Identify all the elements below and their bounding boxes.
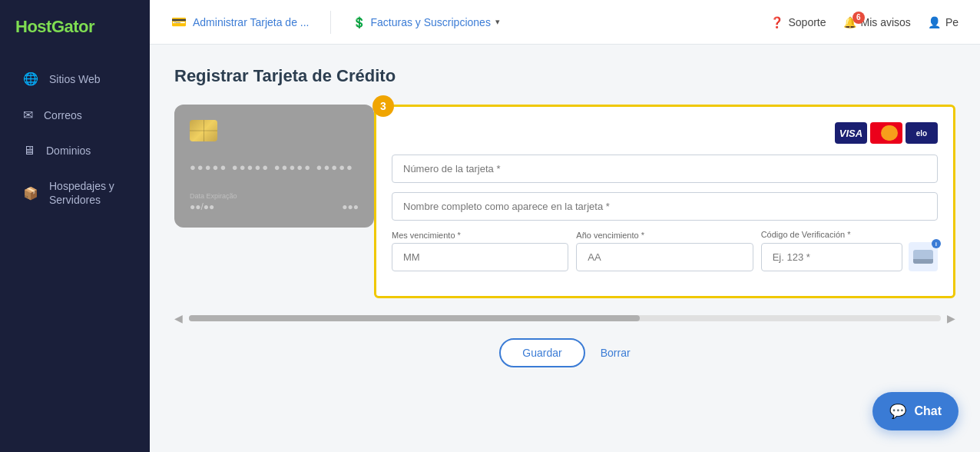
chevron-down-icon: ▾	[495, 17, 500, 27]
topbar-billing[interactable]: 💲 Facturas y Suscripciones ▾	[353, 16, 499, 28]
mastercard-logo	[870, 122, 902, 144]
topbar-profile[interactable]: 👤 Pe	[928, 16, 958, 28]
visa-logo: VISA	[835, 122, 867, 144]
sidebar-nav: 🌐 Sitios Web ✉ Correos 🖥 Dominios 📦 Hosp…	[0, 54, 150, 224]
form-panel: VISA elo Mes	[374, 105, 955, 298]
sidebar-item-correos[interactable]: ✉ Correos	[6, 98, 144, 132]
month-field-group: Mes vencimiento *	[392, 231, 568, 271]
topbar: 💳 Administrar Tarjeta de ... 💲 Facturas …	[150, 0, 980, 45]
month-label: Mes vencimiento *	[392, 231, 568, 240]
scroll-bar-area: ◀ ▶	[174, 312, 955, 324]
topbar-page-title: 💳 Administrar Tarjeta de ...	[171, 15, 309, 29]
year-field-group: Año vencimiento *	[576, 231, 753, 271]
card-form-container: ●●●●● ●●●●● ●●●●● ●●●●● Data Expiração ●…	[174, 105, 955, 298]
monitor-icon: 🖥	[23, 144, 35, 158]
page-title: Registrar Tarjeta de Crédito	[174, 66, 955, 86]
server-icon: 📦	[23, 186, 38, 201]
profile-icon: 👤	[928, 16, 941, 28]
step-badge: 3	[372, 95, 394, 117]
cardholder-row	[392, 192, 938, 221]
cvv-input[interactable]	[761, 243, 902, 271]
card-number-row	[392, 155, 938, 183]
cvv-card-icon	[913, 250, 933, 264]
content-area: Registrar Tarjeta de Crédito ●●●●● ●●●●●…	[150, 45, 980, 452]
expiry-cvv-row: Mes vencimiento * Año vencimiento * Códi…	[392, 230, 938, 271]
dollar-icon: 💲	[353, 16, 366, 28]
credit-card-icon: 💳	[171, 15, 187, 29]
notification-badge: 6	[853, 12, 865, 24]
scroll-thumb	[189, 315, 640, 321]
scroll-left-arrow[interactable]: ◀	[174, 312, 183, 324]
scroll-right-arrow[interactable]: ▶	[947, 312, 955, 324]
cvv-wrapper: i	[761, 242, 938, 271]
card-number-display: ●●●●● ●●●●● ●●●●● ●●●●●	[190, 161, 359, 173]
cvv-help-icon[interactable]: i	[909, 242, 938, 271]
globe-icon: 🌐	[23, 71, 38, 86]
card-expiry: Data Expiração ●●/●●	[190, 192, 237, 212]
card-bottom: Data Expiração ●●/●● ●●●	[190, 192, 359, 212]
cardholder-input[interactable]	[392, 192, 938, 221]
other-card-logo: elo	[906, 122, 938, 144]
delete-button[interactable]: Borrar	[601, 347, 631, 359]
card-expiry-label: Data Expiração	[190, 192, 237, 200]
card-number-input[interactable]	[392, 155, 938, 183]
card-expiry-value: ●●/●●	[190, 201, 237, 212]
credit-card-visual: ●●●●● ●●●●● ●●●●● ●●●●● Data Expiração ●…	[174, 105, 374, 228]
info-icon: i	[932, 239, 941, 248]
year-label: Año vencimiento *	[576, 231, 753, 240]
action-row: Guardar Borrar	[174, 338, 955, 367]
topbar-support[interactable]: ❓ Soporte	[770, 16, 826, 28]
sidebar-item-hospedajes[interactable]: 📦 Hospedajes y Servidores	[6, 169, 144, 217]
card-cvv-area: ●●●	[342, 201, 359, 212]
mail-icon: ✉	[23, 108, 33, 122]
chat-button[interactable]: 💬 Chat	[872, 392, 958, 430]
chat-icon: 💬	[889, 403, 906, 420]
scroll-track[interactable]	[189, 315, 941, 321]
chat-label: Chat	[914, 404, 942, 418]
card-cvv-dots: ●●●	[342, 201, 359, 212]
question-icon: ❓	[770, 16, 783, 28]
brand-logo: HostGator	[0, 0, 150, 54]
topbar-divider	[330, 11, 331, 34]
main-area: 💳 Administrar Tarjeta de ... 💲 Facturas …	[150, 0, 980, 452]
card-chip	[190, 120, 217, 141]
cvv-field-group: Código de Verificación * i	[761, 230, 938, 271]
sidebar-item-dominios[interactable]: 🖥 Dominios	[6, 134, 144, 168]
cvv-label: Código de Verificación *	[761, 230, 938, 239]
sidebar: HostGator 🌐 Sitios Web ✉ Correos 🖥 Domin…	[0, 0, 150, 452]
sidebar-item-sitios-web[interactable]: 🌐 Sitios Web	[6, 61, 144, 96]
topbar-right: ❓ Soporte 🔔 6 Mis avisos 👤 Pe	[770, 16, 958, 28]
save-button[interactable]: Guardar	[499, 338, 584, 367]
card-logos: VISA elo	[392, 122, 938, 144]
month-input[interactable]	[392, 243, 568, 271]
topbar-notifications[interactable]: 🔔 6 Mis avisos	[843, 16, 911, 28]
year-input[interactable]	[576, 243, 753, 271]
